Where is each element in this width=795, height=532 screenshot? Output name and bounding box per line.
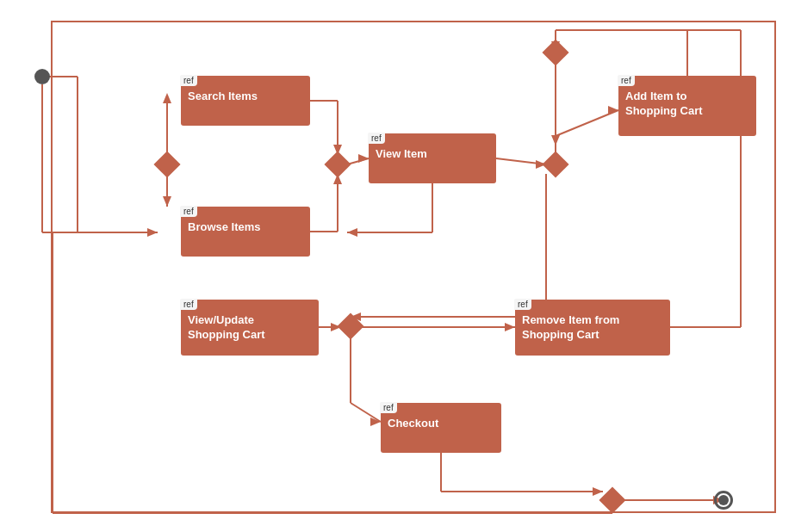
- search-items-node: ref Search Items: [181, 76, 310, 126]
- add-cart-label: Add Item to Shopping Cart: [618, 76, 756, 124]
- add-cart-node: ref Add Item to Shopping Cart: [618, 76, 756, 136]
- svg-marker-8: [163, 196, 171, 207]
- end-node: [714, 491, 733, 510]
- svg-marker-37: [505, 323, 515, 331]
- browse-items-label: Browse Items: [181, 207, 310, 240]
- view-item-ref: ref: [368, 133, 385, 144]
- end-node-inner: [718, 495, 729, 505]
- remove-cart-label: Remove Item from Shopping Cart: [515, 300, 670, 348]
- decision-diamond-4: [542, 151, 568, 177]
- svg-marker-46: [593, 487, 603, 496]
- browse-items-node: ref Browse Items: [181, 207, 310, 257]
- add-cart-ref: ref: [618, 75, 635, 86]
- decision-diamond-5: [337, 312, 363, 339]
- search-items-ref: ref: [180, 75, 197, 86]
- view-cart-label: View/Update Shopping Cart: [181, 300, 319, 348]
- decision-diamond-2: [324, 151, 351, 177]
- view-cart-ref: ref: [180, 299, 197, 310]
- checkout-ref: ref: [380, 402, 397, 413]
- svg-marker-43: [370, 418, 381, 426]
- view-item-label: View Item: [369, 133, 496, 167]
- view-cart-node: ref View/Update Shopping Cart: [181, 300, 319, 356]
- svg-marker-53: [147, 228, 158, 237]
- svg-marker-21: [608, 106, 618, 114]
- svg-marker-27: [551, 135, 560, 145]
- checkout-node: ref Checkout: [381, 403, 501, 453]
- browse-items-ref: ref: [180, 206, 197, 217]
- svg-line-17: [496, 158, 546, 164]
- decision-diamond-1: [153, 151, 180, 177]
- remove-cart-node: ref Remove Item from Shopping Cart: [515, 300, 670, 356]
- checkout-label: Checkout: [381, 403, 501, 436]
- view-item-node: ref View Item: [369, 133, 496, 183]
- remove-cart-ref: ref: [514, 299, 531, 310]
- svg-line-20: [556, 110, 618, 136]
- search-items-label: Search Items: [181, 76, 310, 109]
- svg-marker-6: [163, 93, 171, 103]
- svg-line-42: [351, 403, 381, 422]
- svg-marker-30: [347, 228, 357, 237]
- svg-marker-16: [358, 154, 369, 163]
- start-node: [34, 69, 50, 84]
- decision-diamond-6: [599, 486, 625, 513]
- decision-diamond-3: [542, 39, 568, 65]
- activity-diagram: ref Search Items ref Browse Items ref Vi…: [0, 0, 795, 532]
